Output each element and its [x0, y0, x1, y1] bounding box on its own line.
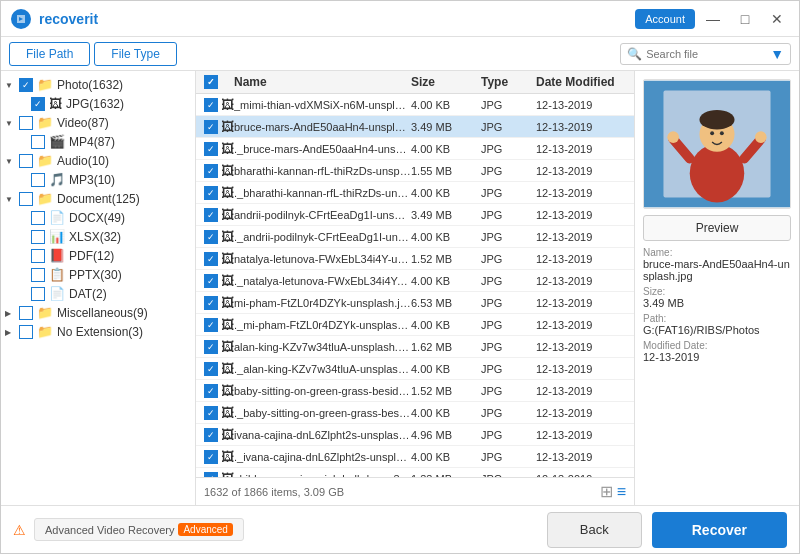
checkbox-pptx[interactable]	[31, 268, 45, 282]
recover-button[interactable]: Recover	[652, 512, 787, 548]
list-view-button[interactable]: ≡	[617, 482, 626, 501]
row-checkbox-12[interactable]: ✓	[204, 362, 218, 376]
row-checkbox-3[interactable]: ✓	[204, 164, 218, 178]
preview-button[interactable]: Preview	[643, 215, 791, 241]
sidebar-item-noext[interactable]: 📁 No Extension(3)	[1, 322, 195, 341]
advanced-video-recovery-button[interactable]: Advanced Video Recovery Advanced	[34, 518, 244, 541]
row-checkbox-0[interactable]: ✓	[204, 98, 218, 112]
row-check-8: ✓ 🖼	[204, 273, 234, 288]
sidebar-label-xlsx: XLSX(32)	[69, 230, 191, 244]
sidebar-item-misc[interactable]: 📁 Miscellaneous(9)	[1, 303, 195, 322]
checkbox-dat[interactable]	[31, 287, 45, 301]
minimize-button[interactable]: —	[699, 7, 727, 31]
header-checkbox[interactable]: ✓	[204, 75, 218, 89]
file-size-7: 1.52 MB	[411, 253, 481, 265]
table-row[interactable]: ✓ 🖼 ._bharathi-kannan-rfL-thiRzDs-unspl.…	[196, 182, 634, 204]
checkbox-photo[interactable]	[19, 78, 33, 92]
svg-point-10	[710, 131, 714, 135]
sidebar-item-document[interactable]: 📁 Document(125)	[1, 189, 195, 208]
checkbox-misc[interactable]	[19, 306, 33, 320]
table-row[interactable]: ✓ 🖼 baby-sitting-on-green-grass-beside-.…	[196, 380, 634, 402]
sidebar-item-photo[interactable]: 📁 Photo(1632)	[1, 75, 195, 94]
expand-arrow-noext	[5, 327, 17, 337]
sidebar-item-jpg[interactable]: 🖼 JPG(1632)	[1, 94, 195, 113]
sidebar-item-docx[interactable]: 📄 DOCX(49)	[1, 208, 195, 227]
sidebar-item-video[interactable]: 📁 Video(87)	[1, 113, 195, 132]
table-row[interactable]: ✓ 🖼 ._alan-king-KZv7w34tluA-unsplash.jpg…	[196, 358, 634, 380]
bottom-left: ⚠ Advanced Video Recovery Advanced	[13, 518, 244, 541]
file-name-16: ._ivana-cajina-dnL6Zlpht2s-unsplash...	[234, 451, 411, 463]
row-checkbox-6[interactable]: ✓	[204, 230, 218, 244]
table-row[interactable]: ✓ 🖼 ._baby-sitting-on-green-grass-beside…	[196, 402, 634, 424]
tab-file-path[interactable]: File Path	[9, 42, 90, 66]
row-checkbox-1[interactable]: ✓	[204, 120, 218, 134]
row-checkbox-4[interactable]: ✓	[204, 186, 218, 200]
table-row[interactable]: ✓ 🖼 ._ivana-cajina-dnL6Zlpht2s-unsplash.…	[196, 446, 634, 468]
sidebar-item-xlsx[interactable]: 📊 XLSX(32)	[1, 227, 195, 246]
table-row[interactable]: ✓ 🖼 children-wearing-pink-ball-dress-360…	[196, 468, 634, 477]
maximize-button[interactable]: □	[731, 7, 759, 31]
row-checkbox-7[interactable]: ✓	[204, 252, 218, 266]
checkbox-video[interactable]	[19, 116, 33, 130]
sidebar-item-mp3[interactable]: 🎵 MP3(10)	[1, 170, 195, 189]
table-row[interactable]: ✓ 🖼 ._mi-pham-FtZL0r4DZYk-unsplash.jpg 4…	[196, 314, 634, 336]
table-row[interactable]: ✓ 🖼 ._natalya-letunova-FWxEbL34i4Y-unsp.…	[196, 270, 634, 292]
checkbox-pdf[interactable]	[31, 249, 45, 263]
file-type-6: JPG	[481, 231, 536, 243]
table-row[interactable]: ✓ 🖼 _mimi-thian-vdXMSiX-n6M-unsplash... …	[196, 94, 634, 116]
preview-meta: Name: bruce-mars-AndE50aaHn4-unsplash.jp…	[643, 247, 791, 367]
grid-view-button[interactable]: ⊞	[600, 482, 613, 501]
checkbox-xlsx[interactable]	[31, 230, 45, 244]
sidebar-item-audio[interactable]: 📁 Audio(10)	[1, 151, 195, 170]
row-checkbox-11[interactable]: ✓	[204, 340, 218, 354]
table-row[interactable]: ✓ 🖼 alan-king-KZv7w34tluA-unsplash.jpg 1…	[196, 336, 634, 358]
app-logo-icon	[9, 7, 33, 31]
table-row[interactable]: ✓ 🖼 ._bruce-mars-AndE50aaHn4-unsplans...…	[196, 138, 634, 160]
checkbox-mp4[interactable]	[31, 135, 45, 149]
row-checkbox-8[interactable]: ✓	[204, 274, 218, 288]
row-checkbox-10[interactable]: ✓	[204, 318, 218, 332]
row-checkbox-5[interactable]: ✓	[204, 208, 218, 222]
checkbox-noext[interactable]	[19, 325, 33, 339]
table-row[interactable]: ✓ 🖼 ._andrii-podilnyk-CFrtEeaDg1I-unsplа…	[196, 226, 634, 248]
row-checkbox-9[interactable]: ✓	[204, 296, 218, 310]
account-button[interactable]: Account	[635, 9, 695, 29]
row-checkbox-14[interactable]: ✓	[204, 406, 218, 420]
table-row[interactable]: ✓ 🖼 natalya-letunova-FWxEbL34i4Y-unspl..…	[196, 248, 634, 270]
folder-icon-document: 📁	[37, 191, 53, 206]
checkbox-mp3[interactable]	[31, 173, 45, 187]
checkbox-audio[interactable]	[19, 154, 33, 168]
file-icon-10: 🖼	[221, 317, 234, 332]
search-input[interactable]	[646, 48, 766, 60]
sidebar-item-dat[interactable]: 📄 DAT(2)	[1, 284, 195, 303]
table-row[interactable]: ✓ 🖼 bharathi-kannan-rfL-thiRzDs-unsplash…	[196, 160, 634, 182]
sidebar-item-pdf[interactable]: 📕 PDF(12)	[1, 246, 195, 265]
file-name-6: ._andrii-podilnyk-CFrtEeaDg1I-unsplа...	[234, 231, 411, 243]
table-row[interactable]: ✓ 🖼 ivana-cajina-dnL6Zlpht2s-unsplash.jp…	[196, 424, 634, 446]
sidebar-label-photo: Photo(1632)	[57, 78, 191, 92]
checkbox-docx[interactable]	[31, 211, 45, 225]
file-type-1: JPG	[481, 121, 536, 133]
row-check-7: ✓ 🖼	[204, 251, 234, 266]
row-checkbox-13[interactable]: ✓	[204, 384, 218, 398]
row-checkbox-16[interactable]: ✓	[204, 450, 218, 464]
checkbox-jpg[interactable]	[31, 97, 45, 111]
table-row[interactable]: ✓ 🖼 andrii-podilnyk-CFrtEeaDg1I-unsplash…	[196, 204, 634, 226]
sidebar-item-mp4[interactable]: 🎬 MP4(87)	[1, 132, 195, 151]
sidebar-label-pdf: PDF(12)	[69, 249, 191, 263]
file-date-16: 12-13-2019	[536, 451, 626, 463]
row-checkbox-15[interactable]: ✓	[204, 428, 218, 442]
sidebar-item-pptx[interactable]: 📋 PPTX(30)	[1, 265, 195, 284]
table-row[interactable]: ✓ 🖼 mi-pham-FtZL0r4DZYk-unsplash.jpg 6.5…	[196, 292, 634, 314]
filter-button[interactable]: ▼	[770, 46, 784, 62]
meta-name-row: Name: bruce-mars-AndE50aaHn4-unsplash.jp…	[643, 247, 791, 282]
close-button[interactable]: ✕	[763, 7, 791, 31]
tab-file-type[interactable]: File Type	[94, 42, 176, 66]
checkbox-document[interactable]	[19, 192, 33, 206]
row-check-15: ✓ 🖼	[204, 427, 234, 442]
row-check-11: ✓ 🖼	[204, 339, 234, 354]
table-row[interactable]: ✓ 🖼 bruce-mars-AndE50aaHn4-unsplash... 3…	[196, 116, 634, 138]
file-date-1: 12-13-2019	[536, 121, 626, 133]
back-button[interactable]: Back	[547, 512, 642, 548]
row-checkbox-2[interactable]: ✓	[204, 142, 218, 156]
